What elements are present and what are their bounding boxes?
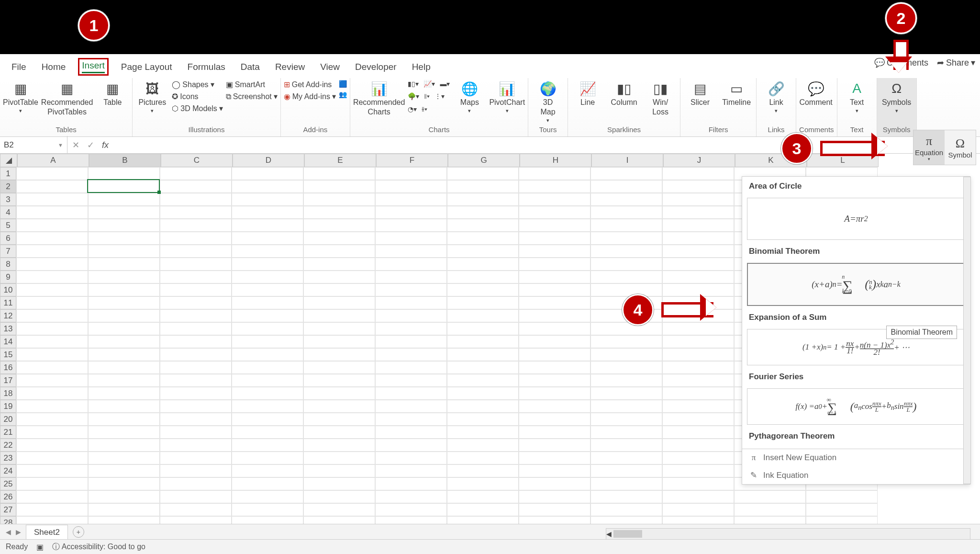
cell[interactable] bbox=[590, 348, 662, 361]
cell[interactable] bbox=[303, 193, 375, 206]
cell[interactable] bbox=[662, 245, 734, 258]
link-button[interactable]: 🔗Link▾ bbox=[759, 80, 793, 114]
cell[interactable] bbox=[232, 296, 303, 309]
cell[interactable] bbox=[88, 245, 160, 258]
cell[interactable] bbox=[447, 335, 519, 348]
cell[interactable] bbox=[88, 232, 160, 245]
cell[interactable] bbox=[519, 452, 590, 464]
new-sheet-button[interactable]: + bbox=[73, 526, 84, 538]
share-button[interactable]: ➦ Share ▾ bbox=[937, 57, 975, 68]
tab-formulas[interactable]: Formulas bbox=[185, 60, 228, 74]
cell[interactable] bbox=[375, 283, 447, 296]
cell[interactable] bbox=[88, 503, 160, 516]
cell[interactable] bbox=[303, 413, 375, 426]
scroll-thumb[interactable] bbox=[613, 530, 642, 538]
cell[interactable] bbox=[88, 361, 160, 374]
cell[interactable] bbox=[590, 400, 662, 413]
cell[interactable] bbox=[375, 387, 447, 400]
cell[interactable] bbox=[375, 348, 447, 361]
cell[interactable] bbox=[662, 426, 734, 439]
cell[interactable] bbox=[590, 503, 662, 516]
tab-developer[interactable]: Developer bbox=[352, 60, 400, 74]
cell[interactable] bbox=[519, 322, 590, 335]
cell[interactable] bbox=[447, 258, 519, 271]
row-20[interactable]: 20 bbox=[0, 413, 16, 426]
spark-column-button[interactable]: ▮▯Column bbox=[607, 80, 641, 107]
cell[interactable] bbox=[303, 503, 375, 516]
cell[interactable] bbox=[88, 206, 160, 219]
cell[interactable] bbox=[16, 206, 88, 219]
scroll-left-icon[interactable]: ◀ bbox=[606, 530, 612, 538]
cell[interactable] bbox=[16, 400, 88, 413]
cell[interactable] bbox=[303, 477, 375, 490]
equation-item[interactable]: f(x) = a0 + ∑n=1∞(an cos nπxL + bn sin n… bbox=[747, 388, 965, 425]
cell[interactable] bbox=[160, 180, 232, 193]
cell[interactable] bbox=[88, 167, 160, 180]
chart-col-icon[interactable]: ▮▯▾ bbox=[408, 80, 419, 88]
cell[interactable] bbox=[88, 387, 160, 400]
tab-help[interactable]: Help bbox=[409, 60, 434, 74]
row-9[interactable]: 9 bbox=[0, 271, 16, 283]
row-25[interactable]: 25 bbox=[0, 477, 16, 490]
fx-icon[interactable]: fx bbox=[102, 140, 109, 150]
cell[interactable] bbox=[160, 490, 232, 503]
cell[interactable] bbox=[734, 490, 806, 503]
cell[interactable] bbox=[447, 490, 519, 503]
cell[interactable] bbox=[303, 309, 375, 322]
text-button[interactable]: AText▾ bbox=[840, 80, 874, 114]
chart-bar-icon[interactable]: ▬▾ bbox=[440, 80, 450, 88]
cell[interactable] bbox=[88, 348, 160, 361]
cell[interactable] bbox=[590, 374, 662, 387]
cell[interactable] bbox=[447, 374, 519, 387]
cell[interactable] bbox=[590, 426, 662, 439]
cell[interactable] bbox=[519, 245, 590, 258]
cell[interactable] bbox=[16, 335, 88, 348]
smartart-button[interactable]: ▣SmartArt bbox=[226, 80, 278, 89]
cell[interactable] bbox=[232, 452, 303, 464]
cell[interactable] bbox=[232, 180, 303, 193]
cell[interactable] bbox=[519, 361, 590, 374]
cell[interactable] bbox=[303, 206, 375, 219]
cell[interactable] bbox=[662, 193, 734, 206]
cell[interactable] bbox=[519, 335, 590, 348]
chart-line-icon[interactable]: 📈▾ bbox=[423, 80, 435, 88]
cell[interactable] bbox=[375, 180, 447, 193]
cell[interactable] bbox=[16, 271, 88, 283]
cell[interactable] bbox=[160, 413, 232, 426]
cell[interactable] bbox=[662, 348, 734, 361]
cell[interactable] bbox=[447, 296, 519, 309]
row-27[interactable]: 27 bbox=[0, 503, 16, 516]
cell[interactable] bbox=[88, 374, 160, 387]
cell[interactable] bbox=[160, 309, 232, 322]
cell[interactable] bbox=[160, 219, 232, 232]
name-box[interactable]: B2▼ bbox=[0, 136, 67, 154]
cell[interactable] bbox=[303, 387, 375, 400]
pivottable-button[interactable]: ▦PivotTable▾ bbox=[3, 80, 38, 114]
cell[interactable] bbox=[88, 258, 160, 271]
cell[interactable] bbox=[447, 322, 519, 335]
row-13[interactable]: 13 bbox=[0, 322, 16, 335]
cell[interactable] bbox=[88, 271, 160, 283]
spark-winloss-button[interactable]: ▯▮Win/Loss bbox=[644, 80, 677, 116]
cell[interactable] bbox=[303, 452, 375, 464]
cell[interactable] bbox=[303, 348, 375, 361]
horizontal-scrollbar[interactable]: ◀ bbox=[606, 528, 970, 540]
cell[interactable] bbox=[662, 464, 734, 477]
cell[interactable] bbox=[232, 309, 303, 322]
chevron-down-icon[interactable]: ▼ bbox=[58, 142, 63, 148]
row-24[interactable]: 24 bbox=[0, 464, 16, 477]
cell[interactable] bbox=[160, 296, 232, 309]
cell[interactable] bbox=[590, 245, 662, 258]
cell[interactable] bbox=[590, 335, 662, 348]
cell[interactable] bbox=[375, 193, 447, 206]
cell[interactable] bbox=[16, 309, 88, 322]
cell[interactable] bbox=[447, 464, 519, 477]
cell[interactable] bbox=[232, 426, 303, 439]
col-G[interactable]: G bbox=[448, 154, 520, 167]
chart-pie-icon[interactable]: ◔▾ bbox=[408, 105, 417, 113]
tab-insert[interactable]: Insert bbox=[78, 58, 109, 76]
cell[interactable] bbox=[662, 452, 734, 464]
cell[interactable] bbox=[447, 206, 519, 219]
cell[interactable] bbox=[519, 503, 590, 516]
cell[interactable] bbox=[447, 309, 519, 322]
